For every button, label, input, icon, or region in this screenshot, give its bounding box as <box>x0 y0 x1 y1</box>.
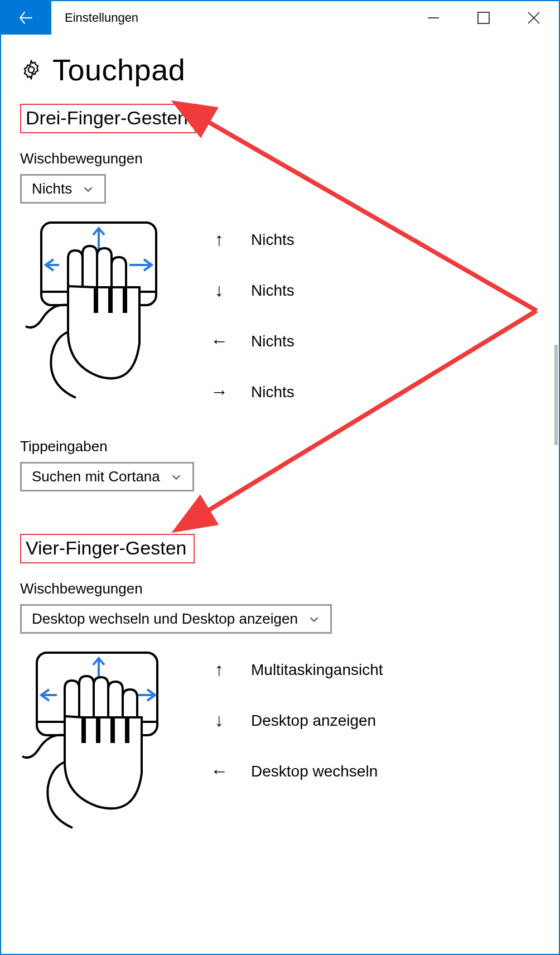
maximize-icon <box>477 12 490 24</box>
three-finger-gesture-row: ↑Nichts ↓Nichts ←Nichts →Nichts <box>20 220 540 421</box>
gesture-right: →Nichts <box>210 382 295 402</box>
gesture-down-4: ↓Desktop anzeigen <box>210 710 383 731</box>
three-tap-value: Suchen mit Cortana <box>32 468 160 485</box>
chevron-down-icon <box>308 613 320 625</box>
four-finger-diagram <box>20 650 165 851</box>
three-tap-label: Tippeingaben <box>20 438 540 455</box>
gesture-up: ↑Nichts <box>210 229 295 250</box>
gesture-left-4: ←Desktop wechseln <box>210 761 383 782</box>
three-finger-gesture-list: ↑Nichts ↓Nichts ←Nichts →Nichts <box>210 229 295 402</box>
three-swipe-dropdown[interactable]: Nichts <box>20 174 106 204</box>
minimize-button[interactable] <box>408 1 458 35</box>
arrow-right-icon: → <box>210 382 229 402</box>
minimize-icon <box>427 11 440 25</box>
gesture-left-4-label: Desktop wechseln <box>251 763 378 780</box>
gesture-left: ←Nichts <box>210 331 295 351</box>
gear-icon <box>20 59 42 81</box>
content-area: Touchpad Drei-Finger-Gesten Wischbewegun… <box>1 35 559 851</box>
gesture-left-label: Nichts <box>251 332 295 350</box>
chevron-down-icon <box>82 183 94 195</box>
window-title: Einstellungen <box>65 11 138 25</box>
close-icon <box>527 11 540 25</box>
arrow-up-icon: ↑ <box>210 229 229 250</box>
gesture-up-4-label: Multitaskingansicht <box>251 661 383 679</box>
gesture-up-4: ↑Multitaskingansicht <box>210 659 383 680</box>
four-swipe-dropdown[interactable]: Desktop wechseln und Desktop anzeigen <box>20 604 332 634</box>
arrow-down-icon: ↓ <box>210 280 229 301</box>
section-four-finger-title: Vier-Finger-Gesten <box>20 534 195 563</box>
gesture-down-label: Nichts <box>251 282 295 300</box>
arrow-left-icon: ← <box>210 331 229 351</box>
four-finger-gesture-list: ↑Multitaskingansicht ↓Desktop anzeigen ←… <box>210 659 383 782</box>
back-button[interactable] <box>1 1 51 35</box>
three-tap-dropdown[interactable]: Suchen mit Cortana <box>20 462 194 491</box>
gesture-down: ↓Nichts <box>210 280 295 301</box>
section-three-finger-title: Drei-Finger-Gesten <box>20 104 196 133</box>
four-swipe-value: Desktop wechseln und Desktop anzeigen <box>32 610 298 628</box>
titlebar: Einstellungen <box>1 1 559 35</box>
arrow-down-icon: ↓ <box>210 710 229 731</box>
svg-rect-2 <box>478 12 489 23</box>
three-swipe-label: Wischbewegungen <box>20 150 540 167</box>
maximize-button[interactable] <box>458 1 509 35</box>
window-controls <box>408 1 559 35</box>
three-swipe-value: Nichts <box>32 180 72 197</box>
page-title: Touchpad <box>52 52 185 87</box>
three-finger-diagram <box>20 220 165 421</box>
arrow-left-icon <box>17 9 35 27</box>
page-header: Touchpad <box>20 52 540 87</box>
close-button[interactable] <box>509 1 559 35</box>
arrow-up-icon: ↑ <box>210 659 229 680</box>
gesture-right-label: Nichts <box>251 383 295 401</box>
four-swipe-label: Wischbewegungen <box>20 580 540 597</box>
gesture-down-4-label: Desktop anzeigen <box>251 712 376 730</box>
svg-point-5 <box>28 67 35 73</box>
arrow-left-icon: ← <box>210 761 229 782</box>
four-finger-gesture-row: ↑Multitaskingansicht ↓Desktop anzeigen ←… <box>20 650 540 851</box>
chevron-down-icon <box>170 471 182 483</box>
gesture-up-label: Nichts <box>251 231 295 249</box>
scrollbar-thumb[interactable] <box>554 345 558 445</box>
